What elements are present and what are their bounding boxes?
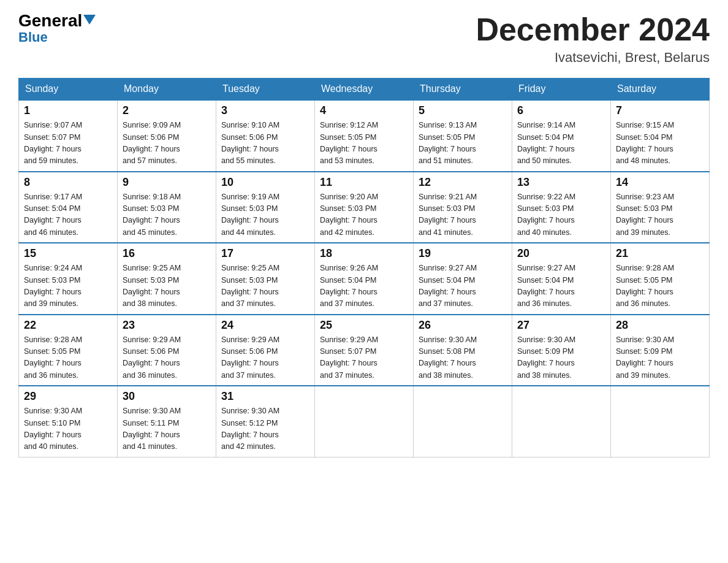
day-number: 5 [419, 104, 507, 117]
calendar-cell: 14Sunrise: 9:23 AMSunset: 5:03 PMDayligh… [611, 172, 710, 243]
day-number: 21 [616, 247, 704, 260]
calendar-cell: 7Sunrise: 9:15 AMSunset: 5:04 PMDaylight… [611, 100, 710, 172]
calendar-body: 1Sunrise: 9:07 AMSunset: 5:07 PMDaylight… [19, 100, 710, 457]
calendar-cell: 27Sunrise: 9:30 AMSunset: 5:09 PMDayligh… [512, 315, 611, 386]
day-info: Sunrise: 9:30 AMSunset: 5:12 PMDaylight:… [221, 405, 309, 453]
day-number: 6 [517, 104, 605, 117]
day-number: 9 [123, 176, 211, 189]
calendar-cell: 9Sunrise: 9:18 AMSunset: 5:03 PMDaylight… [118, 172, 216, 243]
day-number: 8 [24, 176, 112, 189]
calendar-cell: 19Sunrise: 9:27 AMSunset: 5:04 PMDayligh… [414, 243, 512, 315]
col-saturday: Saturday [611, 79, 710, 101]
calendar-cell: 2Sunrise: 9:09 AMSunset: 5:06 PMDaylight… [118, 100, 216, 172]
calendar-week-row: 15Sunrise: 9:24 AMSunset: 5:03 PMDayligh… [19, 243, 710, 315]
calendar-cell: 29Sunrise: 9:30 AMSunset: 5:10 PMDayligh… [19, 386, 118, 457]
day-info: Sunrise: 9:30 AMSunset: 5:11 PMDaylight:… [123, 405, 211, 453]
day-number: 1 [24, 104, 112, 117]
calendar-cell [611, 386, 710, 457]
day-number: 24 [221, 319, 309, 332]
calendar-cell: 8Sunrise: 9:17 AMSunset: 5:04 PMDaylight… [19, 172, 118, 243]
calendar-cell: 26Sunrise: 9:30 AMSunset: 5:08 PMDayligh… [414, 315, 512, 386]
day-number: 4 [320, 104, 408, 117]
day-number: 29 [24, 390, 112, 403]
day-number: 25 [320, 319, 408, 332]
day-number: 7 [616, 104, 704, 117]
day-info: Sunrise: 9:28 AMSunset: 5:05 PMDaylight:… [616, 262, 704, 310]
calendar-cell [315, 386, 414, 457]
calendar-table: Sunday Monday Tuesday Wednesday Thursday… [18, 78, 710, 458]
day-info: Sunrise: 9:30 AMSunset: 5:08 PMDaylight:… [419, 334, 507, 382]
calendar-week-row: 22Sunrise: 9:28 AMSunset: 5:05 PMDayligh… [19, 315, 710, 386]
day-info: Sunrise: 9:29 AMSunset: 5:06 PMDaylight:… [123, 334, 211, 382]
day-info: Sunrise: 9:19 AMSunset: 5:03 PMDaylight:… [221, 191, 309, 239]
day-info: Sunrise: 9:27 AMSunset: 5:04 PMDaylight:… [517, 262, 605, 310]
logo: General Blue [18, 12, 96, 45]
day-info: Sunrise: 9:17 AMSunset: 5:04 PMDaylight:… [24, 191, 112, 239]
calendar-cell: 24Sunrise: 9:29 AMSunset: 5:06 PMDayligh… [216, 315, 315, 386]
day-number: 28 [616, 319, 704, 332]
calendar-cell: 28Sunrise: 9:30 AMSunset: 5:09 PMDayligh… [611, 315, 710, 386]
day-number: 17 [221, 247, 309, 260]
day-number: 10 [221, 176, 309, 189]
calendar-subtitle: Ivatsevichi, Brest, Belarus [476, 50, 710, 66]
day-info: Sunrise: 9:20 AMSunset: 5:03 PMDaylight:… [320, 191, 408, 239]
day-info: Sunrise: 9:15 AMSunset: 5:04 PMDaylight:… [616, 120, 704, 167]
day-number: 27 [517, 319, 605, 332]
day-info: Sunrise: 9:25 AMSunset: 5:03 PMDaylight:… [221, 262, 309, 310]
day-number: 31 [221, 390, 309, 403]
calendar-title: December 2024 [476, 12, 710, 47]
day-number: 23 [123, 319, 211, 332]
page-header: General Blue December 2024 Ivatsevichi, … [18, 12, 710, 66]
calendar-cell: 4Sunrise: 9:12 AMSunset: 5:05 PMDaylight… [315, 100, 414, 172]
calendar-cell: 30Sunrise: 9:30 AMSunset: 5:11 PMDayligh… [118, 386, 216, 457]
day-info: Sunrise: 9:13 AMSunset: 5:05 PMDaylight:… [419, 120, 507, 167]
calendar-cell: 20Sunrise: 9:27 AMSunset: 5:04 PMDayligh… [512, 243, 611, 315]
logo-general: General [18, 12, 96, 29]
day-info: Sunrise: 9:14 AMSunset: 5:04 PMDaylight:… [517, 120, 605, 167]
day-number: 30 [123, 390, 211, 403]
calendar-cell: 11Sunrise: 9:20 AMSunset: 5:03 PMDayligh… [315, 172, 414, 243]
calendar-cell: 18Sunrise: 9:26 AMSunset: 5:04 PMDayligh… [315, 243, 414, 315]
calendar-header-row: Sunday Monday Tuesday Wednesday Thursday… [19, 79, 710, 101]
day-info: Sunrise: 9:09 AMSunset: 5:06 PMDaylight:… [123, 120, 211, 167]
day-info: Sunrise: 9:26 AMSunset: 5:04 PMDaylight:… [320, 262, 408, 310]
calendar-cell: 10Sunrise: 9:19 AMSunset: 5:03 PMDayligh… [216, 172, 315, 243]
day-number: 12 [419, 176, 507, 189]
day-info: Sunrise: 9:29 AMSunset: 5:06 PMDaylight:… [221, 334, 309, 382]
day-number: 20 [517, 247, 605, 260]
col-monday: Monday [118, 79, 216, 101]
day-info: Sunrise: 9:27 AMSunset: 5:04 PMDaylight:… [419, 262, 507, 310]
calendar-cell: 16Sunrise: 9:25 AMSunset: 5:03 PMDayligh… [118, 243, 216, 315]
calendar-cell: 5Sunrise: 9:13 AMSunset: 5:05 PMDaylight… [414, 100, 512, 172]
calendar-cell: 3Sunrise: 9:10 AMSunset: 5:06 PMDaylight… [216, 100, 315, 172]
calendar-cell: 22Sunrise: 9:28 AMSunset: 5:05 PMDayligh… [19, 315, 118, 386]
calendar-week-row: 1Sunrise: 9:07 AMSunset: 5:07 PMDaylight… [19, 100, 710, 172]
title-block: December 2024 Ivatsevichi, Brest, Belaru… [476, 12, 710, 66]
day-info: Sunrise: 9:22 AMSunset: 5:03 PMDaylight:… [517, 191, 605, 239]
day-info: Sunrise: 9:28 AMSunset: 5:05 PMDaylight:… [24, 334, 112, 382]
col-sunday: Sunday [19, 79, 118, 101]
day-number: 11 [320, 176, 408, 189]
col-friday: Friday [512, 79, 611, 101]
calendar-cell: 15Sunrise: 9:24 AMSunset: 5:03 PMDayligh… [19, 243, 118, 315]
day-info: Sunrise: 9:24 AMSunset: 5:03 PMDaylight:… [24, 262, 112, 310]
logo-blue: Blue [18, 29, 48, 45]
day-number: 13 [517, 176, 605, 189]
day-info: Sunrise: 9:30 AMSunset: 5:09 PMDaylight:… [616, 334, 704, 382]
day-info: Sunrise: 9:29 AMSunset: 5:07 PMDaylight:… [320, 334, 408, 382]
day-info: Sunrise: 9:23 AMSunset: 5:03 PMDaylight:… [616, 191, 704, 239]
day-number: 3 [221, 104, 309, 117]
day-info: Sunrise: 9:30 AMSunset: 5:09 PMDaylight:… [517, 334, 605, 382]
calendar-week-row: 29Sunrise: 9:30 AMSunset: 5:10 PMDayligh… [19, 386, 710, 457]
day-info: Sunrise: 9:21 AMSunset: 5:03 PMDaylight:… [419, 191, 507, 239]
calendar-cell: 31Sunrise: 9:30 AMSunset: 5:12 PMDayligh… [216, 386, 315, 457]
calendar-cell: 25Sunrise: 9:29 AMSunset: 5:07 PMDayligh… [315, 315, 414, 386]
day-info: Sunrise: 9:18 AMSunset: 5:03 PMDaylight:… [123, 191, 211, 239]
day-info: Sunrise: 9:12 AMSunset: 5:05 PMDaylight:… [320, 120, 408, 167]
col-thursday: Thursday [414, 79, 512, 101]
day-number: 19 [419, 247, 507, 260]
day-number: 14 [616, 176, 704, 189]
logo-triangle-icon [83, 15, 96, 25]
col-wednesday: Wednesday [315, 79, 414, 101]
day-number: 18 [320, 247, 408, 260]
